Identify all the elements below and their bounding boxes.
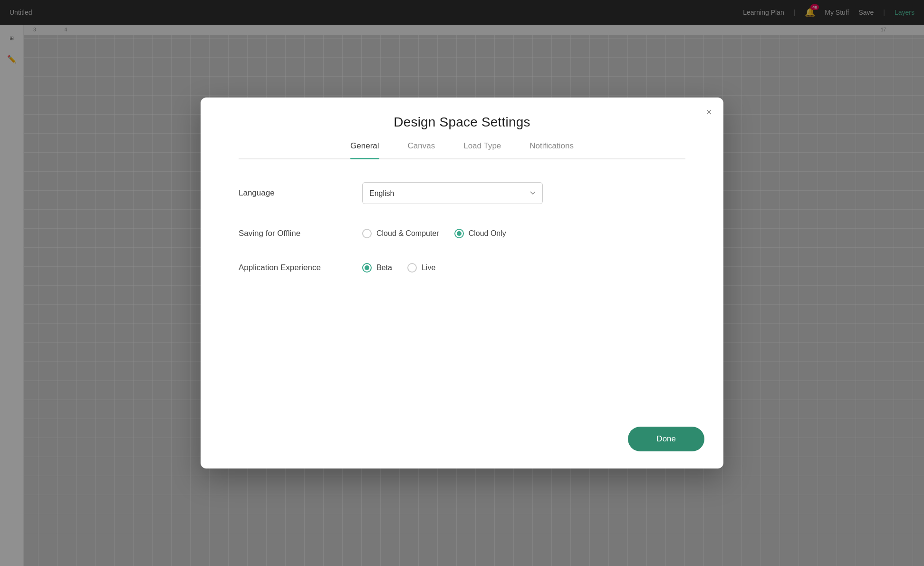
app-experience-row: Application Experience Beta Live	[239, 263, 685, 273]
live-option[interactable]: Live	[407, 263, 435, 273]
language-control: English Spanish French German Italian Po…	[362, 182, 685, 204]
tab-load-type[interactable]: Load Type	[463, 141, 501, 158]
modal-header: Design Space Settings ×	[201, 98, 723, 130]
tabs-container: General Canvas Load Type Notifications	[239, 130, 685, 159]
live-radio[interactable]	[407, 263, 417, 273]
cloud-computer-label: Cloud & Computer	[376, 229, 439, 238]
beta-radio[interactable]	[362, 263, 372, 273]
app-experience-label: Application Experience	[239, 263, 362, 273]
saving-offline-row: Saving for Offline Cloud & Computer Clou…	[239, 229, 685, 238]
cloud-only-radio[interactable]	[454, 229, 464, 238]
language-label: Language	[239, 188, 362, 198]
cloud-only-option[interactable]: Cloud Only	[454, 229, 506, 238]
modal-title: Design Space Settings	[220, 115, 704, 130]
cloud-only-label: Cloud Only	[469, 229, 506, 238]
saving-offline-control: Cloud & Computer Cloud Only	[362, 229, 685, 238]
beta-option[interactable]: Beta	[362, 263, 392, 273]
live-label: Live	[422, 263, 435, 272]
beta-label: Beta	[376, 263, 392, 272]
modal-body: Language English Spanish French German I…	[201, 159, 723, 427]
tab-notifications[interactable]: Notifications	[529, 141, 574, 158]
language-row: Language English Spanish French German I…	[239, 182, 685, 204]
saving-offline-label: Saving for Offline	[239, 229, 362, 238]
cloud-computer-option[interactable]: Cloud & Computer	[362, 229, 439, 238]
done-button[interactable]: Done	[628, 427, 704, 451]
settings-modal: Design Space Settings × General Canvas L…	[201, 98, 723, 468]
modal-overlay: Design Space Settings × General Canvas L…	[0, 0, 924, 566]
tab-canvas[interactable]: Canvas	[408, 141, 435, 158]
close-button[interactable]: ×	[706, 107, 712, 117]
tab-general[interactable]: General	[350, 141, 379, 158]
app-experience-control: Beta Live	[362, 263, 685, 273]
cloud-computer-radio[interactable]	[362, 229, 372, 238]
language-dropdown[interactable]: English Spanish French German Italian Po…	[362, 182, 543, 204]
modal-footer: Done	[201, 427, 723, 468]
